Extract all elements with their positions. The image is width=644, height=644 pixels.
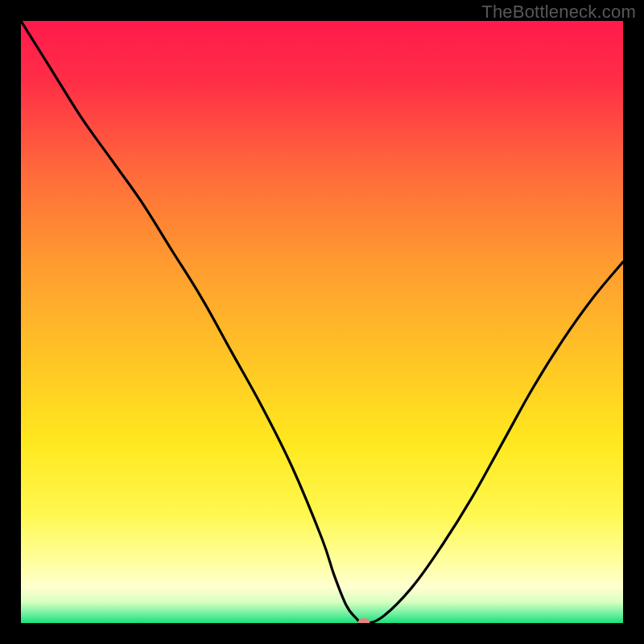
- watermark-text: TheBottleneck.com: [481, 2, 636, 23]
- bottleneck-curve: [21, 21, 623, 623]
- plot-area: [21, 21, 623, 623]
- chart-frame: TheBottleneck.com: [0, 0, 644, 644]
- min-marker: [358, 618, 370, 623]
